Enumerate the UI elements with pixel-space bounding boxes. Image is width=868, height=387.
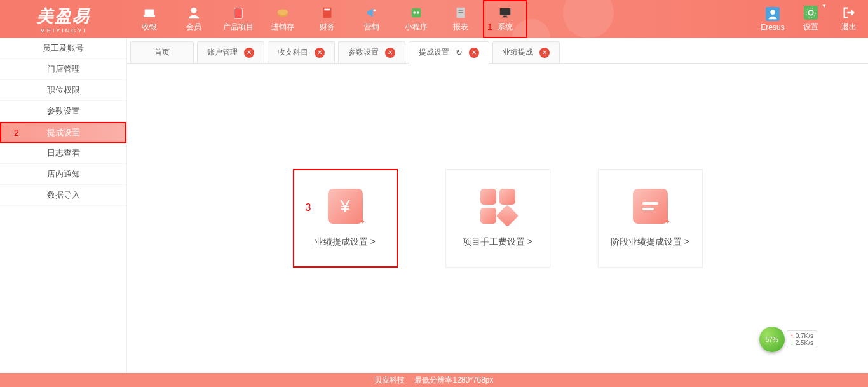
nav-label: 营销: [364, 22, 379, 32]
footer-company: 贝应科技: [374, 375, 405, 386]
close-icon[interactable]: ✕: [315, 48, 325, 58]
sidebar-item[interactable]: 日志查看: [0, 143, 126, 164]
inventory-icon: [275, 6, 291, 20]
arrow-down-icon: ↓: [790, 339, 794, 346]
nav-label: 进销存: [271, 22, 294, 32]
nav-item-product[interactable]: 产品项目: [216, 0, 261, 38]
annotation-2: 2: [14, 128, 19, 138]
close-icon[interactable]: ✕: [469, 48, 479, 58]
sidebar-label: 参数设置: [47, 105, 80, 117]
report-icon: [452, 6, 469, 20]
sidebar-item[interactable]: 门店管理: [0, 59, 126, 80]
grid-icon: [480, 189, 515, 224]
arrow-up-icon: ↑: [790, 332, 794, 339]
network-percent[interactable]: 57%: [759, 327, 785, 352]
svg-point-8: [374, 10, 376, 12]
nav-item-member[interactable]: 会员: [172, 0, 216, 38]
svg-rect-0: [145, 10, 154, 15]
nav-label: 收银: [142, 22, 157, 32]
content: 3¥业绩提成设置 >项目手工费设置 >阶段业绩提成设置 >: [127, 64, 868, 373]
nav-label: 报表: [453, 22, 468, 32]
nav-item-finance[interactable]: 财务: [305, 0, 349, 38]
nav-label: 退出: [841, 22, 857, 32]
nav-item-system[interactable]: 系统1: [483, 0, 527, 38]
sidebar: 员工及账号门店管理职位权限参数设置2提成设置日志查看店内通知数据导入: [0, 38, 127, 373]
marketing-icon: [363, 6, 380, 20]
svg-rect-17: [502, 17, 508, 17]
close-icon[interactable]: ✕: [385, 48, 395, 58]
tabs: 首页账户管理✕收支科目✕参数设置✕提成设置↻✕业绩提成✕: [127, 38, 868, 64]
tab[interactable]: 收支科目✕: [268, 41, 335, 63]
cashier-icon: [141, 6, 158, 20]
svg-point-10: [413, 11, 416, 14]
nav-item-miniapp[interactable]: 小程序: [394, 0, 438, 38]
nav-item-marketing[interactable]: 营销: [349, 0, 394, 38]
svg-point-2: [191, 8, 196, 13]
nav-item-report[interactable]: 报表: [438, 0, 483, 38]
tab-label: 账户管理: [207, 47, 238, 58]
nav-right-user[interactable]: Eresus: [754, 0, 792, 38]
close-icon[interactable]: ✕: [539, 48, 550, 58]
miniapp-icon: [408, 6, 424, 20]
sidebar-item[interactable]: 店内通知: [0, 164, 126, 185]
tab-label: 首页: [154, 47, 170, 58]
product-icon: [230, 6, 247, 20]
nav-label: 产品项目: [223, 22, 254, 32]
nav-item-cashier[interactable]: 收银: [127, 0, 172, 38]
sidebar-label: 员工及账号: [43, 43, 84, 54]
logo-main: 美盈易: [37, 5, 90, 27]
member-icon: [186, 6, 202, 20]
sidebar-item[interactable]: 数据导入: [0, 185, 126, 206]
card-proj[interactable]: 项目手工费设置 >: [445, 169, 550, 268]
tab[interactable]: 业绩提成✕: [492, 41, 560, 63]
container: 员工及账号门店管理职位权限参数设置2提成设置日志查看店内通知数据导入 首页账户管…: [0, 38, 868, 373]
tab-label: 业绩提成: [503, 47, 533, 58]
logo-sub: MEIYINGYI: [40, 27, 87, 34]
nav-label: Eresus: [761, 23, 784, 32]
sidebar-item[interactable]: 职位权限: [0, 80, 126, 101]
system-icon: [497, 6, 513, 20]
footer-resolution: 最低分辨率1280*768px: [414, 375, 493, 386]
network-widget[interactable]: 57% ↑0.7K/s ↓2.5K/s: [759, 327, 817, 352]
annotation-1: 1: [487, 22, 492, 32]
sidebar-label: 门店管理: [47, 64, 80, 75]
nav-right-settings[interactable]: 设置▼: [792, 0, 830, 38]
svg-point-19: [770, 10, 775, 14]
sidebar-item[interactable]: 员工及账号: [0, 38, 126, 59]
tab[interactable]: 账户管理✕: [197, 41, 264, 63]
sidebar-item[interactable]: 参数设置: [0, 101, 126, 122]
network-down: ↓2.5K/s: [790, 339, 813, 346]
card-label: 业绩提成设置 >: [315, 236, 376, 248]
sidebar-label: 职位权限: [47, 85, 80, 96]
card-perf[interactable]: 3¥业绩提成设置 >: [293, 169, 398, 268]
svg-rect-1: [144, 15, 155, 17]
tab[interactable]: 首页: [130, 41, 194, 63]
tab-label: 提成设置: [419, 47, 449, 58]
card-label: 阶段业绩提成设置 >: [611, 236, 689, 248]
svg-rect-13: [458, 10, 463, 10]
refresh-icon[interactable]: ↻: [456, 48, 463, 57]
header-right: Eresus设置▼退出: [754, 0, 868, 38]
sidebar-label: 提成设置: [47, 127, 80, 139]
nav-right-exit[interactable]: 退出: [830, 0, 868, 38]
settings-icon: [803, 6, 819, 20]
card-stage[interactable]: 阶段业绩提成设置 >: [598, 169, 703, 268]
annotation-3: 3: [306, 202, 311, 214]
sidebar-item[interactable]: 2提成设置: [0, 122, 126, 143]
nav: 收银会员产品项目进销存财务营销小程序报表系统1: [127, 0, 527, 38]
list-icon: [633, 189, 668, 224]
nav-item-inventory[interactable]: 进销存: [261, 0, 305, 38]
card-label: 项目手工费设置 >: [463, 236, 532, 248]
tab[interactable]: 参数设置✕: [338, 41, 405, 63]
user-icon: [764, 7, 781, 21]
close-icon[interactable]: ✕: [244, 48, 254, 58]
nav-label: 系统: [498, 22, 513, 32]
nav-label: 财务: [320, 22, 335, 32]
yen-icon: ¥: [328, 189, 363, 224]
tab[interactable]: 提成设置↻✕: [409, 41, 489, 64]
network-up: ↑0.7K/s: [790, 332, 813, 339]
header: 美盈易 MEIYINGYI 收银会员产品项目进销存财务营销小程序报表系统1 Er…: [0, 0, 868, 38]
nav-label: 会员: [186, 22, 201, 32]
tab-label: 参数设置: [348, 47, 379, 58]
svg-point-5: [278, 10, 288, 15]
